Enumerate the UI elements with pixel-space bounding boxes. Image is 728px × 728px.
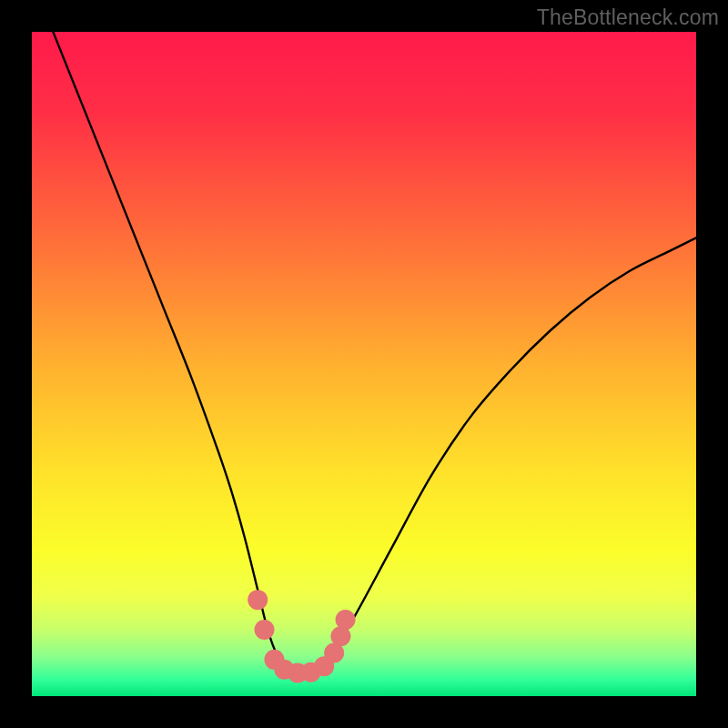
curve-marker <box>336 610 356 630</box>
curve-marker <box>255 620 275 640</box>
outer-frame: TheBottleneck.com <box>0 0 728 728</box>
plot-area <box>32 32 696 696</box>
watermark-text: TheBottleneck.com <box>537 5 719 30</box>
curve-marker <box>248 590 268 610</box>
curve-markers <box>248 590 355 682</box>
bottleneck-curve <box>32 32 696 673</box>
curve-layer <box>32 32 696 696</box>
